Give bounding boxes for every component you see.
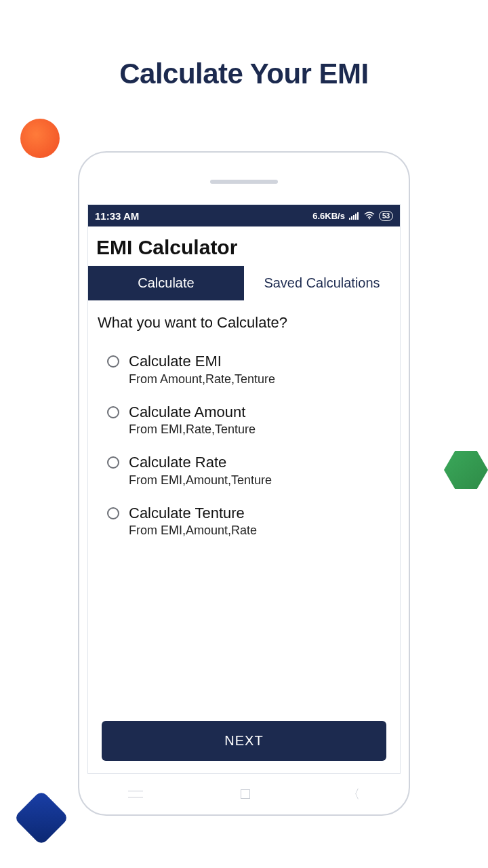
radio-icon [107,406,119,418]
battery-icon: 53 [379,211,393,221]
app-header: EMI Calculator [88,226,400,266]
app-title: EMI Calculator [96,236,392,259]
svg-rect-0 [349,218,350,220]
soft-buttons: 〈 [79,786,409,802]
decorative-circle [20,119,60,158]
option-subtitle: From Amount,Rate,Tenture [129,372,275,387]
app-screen: 11:33 AM 6.6KB/s 53 [87,204,401,774]
decorative-diamond [14,790,69,846]
next-button[interactable]: NEXT [102,721,386,761]
option-title: Calculate Tenture [129,504,257,523]
wifi-icon [364,212,375,220]
phone-speaker [210,180,278,184]
back-icon[interactable]: 〈 [348,786,360,802]
option-text: Calculate EMI From Amount,Rate,Tenture [129,352,275,387]
svg-rect-2 [353,215,354,220]
signal-icon [349,212,360,220]
option-title: Calculate EMI [129,352,275,371]
question-label: What you want to Calculate? [98,314,390,332]
radio-icon [107,456,119,469]
option-title: Calculate Amount [129,403,256,422]
page-title: Calculate Your EMI [0,58,488,90]
option-text: Calculate Rate From EMI,Amount,Tenture [129,453,272,488]
svg-rect-3 [355,214,357,220]
status-net-speed: 6.6KB/s [312,211,345,221]
option-calculate-rate[interactable]: Calculate Rate From EMI,Amount,Tenture [98,448,390,498]
recents-icon[interactable] [128,791,143,797]
content-area: What you want to Calculate? Calculate EM… [88,300,400,773]
option-text: Calculate Tenture From EMI,Amount,Rate [129,504,257,538]
radio-icon [107,355,119,368]
tab-calculate[interactable]: Calculate [88,266,244,300]
svg-point-5 [369,218,370,220]
option-subtitle: From EMI,Amount,Tenture [129,473,272,488]
status-right: 6.6KB/s 53 [312,211,393,221]
option-calculate-emi[interactable]: Calculate EMI From Amount,Rate,Tenture [98,347,390,397]
option-calculate-amount[interactable]: Calculate Amount From EMI,Rate,Tenture [98,397,390,448]
tab-saved-calculations[interactable]: Saved Calculations [244,266,400,300]
tabs: Calculate Saved Calculations [88,266,400,300]
radio-icon [107,507,119,519]
svg-rect-4 [357,212,359,220]
option-text: Calculate Amount From EMI,Rate,Tenture [129,403,256,437]
home-icon[interactable] [241,789,250,799]
option-subtitle: From EMI,Rate,Tenture [129,422,256,437]
option-title: Calculate Rate [129,453,272,472]
option-calculate-tenture[interactable]: Calculate Tenture From EMI,Amount,Rate [98,498,390,549]
status-bar: 11:33 AM 6.6KB/s 53 [88,205,400,226]
decorative-hexagon [444,451,488,489]
phone-frame: 11:33 AM 6.6KB/s 53 [78,151,410,816]
svg-rect-1 [351,216,352,220]
option-subtitle: From EMI,Amount,Rate [129,524,257,538]
status-time: 11:33 AM [95,210,139,222]
